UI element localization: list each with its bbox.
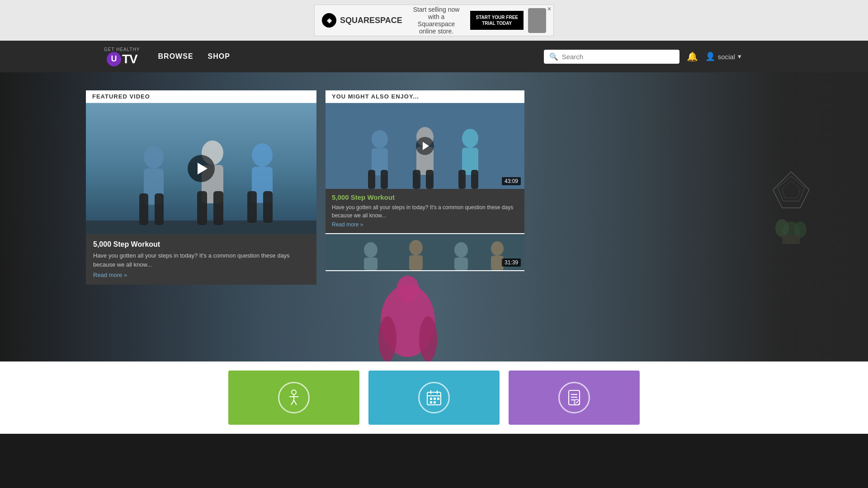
enjoy-thumbnail-1[interactable]: 43:09 [326, 103, 524, 189]
featured-play-button[interactable] [188, 155, 215, 182]
featured-video-info: 5,000 Step Workout Have you gotten all y… [86, 234, 316, 285]
enjoy-duration-1: 43:09 [502, 177, 521, 185]
enjoy-duration-2: 31:39 [502, 258, 521, 267]
svg-rect-59 [434, 401, 436, 404]
svg-rect-11 [213, 191, 223, 225]
svg-marker-40 [782, 181, 800, 198]
categories-section [0, 361, 868, 434]
ad-close-button[interactable]: ✕ [547, 6, 552, 12]
nav-links: BROWSE SHOP [158, 52, 230, 61]
navbar: GET HEALTHY U TV BROWSE SHOP 🔍 🔔 👤 socia… [0, 41, 868, 72]
category-card-plan[interactable] [509, 371, 640, 425]
enjoy-item-1: 43:09 5,000 Step Workout Have you gotten… [326, 103, 524, 233]
svg-point-32 [409, 240, 423, 255]
enjoy-video-title-1: 5,000 Step Workout [332, 193, 518, 201]
svg-marker-39 [778, 176, 805, 201]
enjoy-people-2 [326, 234, 524, 270]
nav-left: GET HEALTHY U TV BROWSE SHOP [104, 47, 230, 66]
ad-cta-button[interactable]: START YOUR FREE TRIAL TODAY [470, 11, 524, 30]
logo-main: U TV [107, 52, 137, 66]
svg-point-12 [252, 143, 273, 167]
svg-point-46 [292, 390, 296, 394]
ad-brand: ◈ SQUARESPACE [322, 13, 402, 28]
hero-person-silhouette [351, 262, 464, 361]
svg-point-30 [364, 242, 377, 258]
user-icon: 👤 [705, 52, 715, 61]
svg-rect-56 [434, 398, 436, 400]
enjoy-read-more-1[interactable]: Read more » [332, 221, 518, 228]
svg-rect-23 [413, 170, 420, 189]
svg-rect-19 [368, 170, 375, 189]
nav-right: 🔍 🔔 👤 social ▾ [544, 50, 741, 64]
ad-phone-image [528, 8, 546, 33]
svg-point-36 [491, 241, 504, 256]
user-menu[interactable]: 👤 social ▾ [705, 52, 741, 61]
category-card-workouts[interactable] [228, 371, 359, 425]
enjoy-thumbnail-2[interactable]: 31:39 [326, 234, 524, 270]
svg-rect-35 [454, 258, 468, 270]
enjoy-play-button-1[interactable] [416, 137, 434, 155]
svg-rect-27 [458, 170, 466, 189]
logo-u: U [107, 52, 121, 66]
geometric-decoration [755, 163, 827, 246]
enjoy-video-info-1: 5,000 Step Workout Have you gotten all y… [326, 189, 524, 233]
featured-video-panel: FEATURED VIDEO [86, 90, 316, 285]
hero-section: FEATURED VIDEO [0, 72, 868, 361]
svg-rect-7 [155, 193, 164, 225]
svg-rect-20 [381, 170, 388, 189]
svg-point-17 [372, 130, 388, 148]
svg-rect-28 [471, 170, 478, 189]
category-card-schedule[interactable] [368, 371, 500, 425]
svg-point-2 [378, 316, 396, 361]
chevron-down-icon: ▾ [738, 52, 741, 61]
workouts-icon [278, 382, 310, 413]
search-icon: 🔍 [549, 52, 558, 61]
featured-label: FEATURED VIDEO [86, 90, 316, 103]
svg-point-42 [775, 219, 789, 237]
featured-video-description: Have you gotten all your steps in today?… [93, 251, 309, 269]
svg-rect-6 [139, 193, 148, 225]
ad-content: ◈ SQUARESPACE Start selling now with a S… [314, 5, 554, 36]
svg-rect-24 [426, 170, 434, 189]
logo[interactable]: GET HEALTHY U TV [104, 47, 140, 66]
browse-link[interactable]: BROWSE [158, 52, 193, 61]
svg-rect-57 [437, 398, 439, 400]
search-input[interactable] [562, 53, 674, 61]
svg-line-49 [291, 400, 294, 405]
svg-rect-55 [430, 398, 432, 400]
svg-line-50 [294, 400, 297, 405]
enjoy-label: YOU MIGHT ALSO ENJOY... [326, 90, 524, 103]
ad-brand-name: SQUARESPACE [340, 16, 402, 25]
featured-video-thumbnail[interactable] [86, 103, 316, 234]
featured-read-more[interactable]: Read more » [93, 272, 309, 278]
bell-icon[interactable]: 🔔 [687, 51, 698, 62]
logo-top-text: GET HEALTHY [104, 47, 140, 52]
svg-point-25 [462, 129, 478, 148]
logo-tv: TV [122, 52, 137, 66]
svg-point-1 [396, 276, 419, 303]
featured-video-title: 5,000 Step Workout [93, 240, 309, 249]
search-bar[interactable]: 🔍 [544, 50, 679, 64]
plan-icon [558, 382, 590, 413]
svg-rect-31 [364, 258, 377, 270]
svg-rect-10 [197, 191, 207, 225]
shop-link[interactable]: SHOP [208, 52, 230, 61]
enjoy-panel: YOU MIGHT ALSO ENJOY... [326, 90, 524, 271]
svg-rect-58 [430, 401, 432, 404]
svg-rect-15 [263, 191, 273, 223]
svg-point-34 [454, 242, 468, 258]
ad-tagline: Start selling now with a Squarespace onl… [402, 6, 471, 35]
user-label: social [718, 53, 735, 61]
ad-banner: ◈ SQUARESPACE Start selling now with a S… [0, 0, 868, 41]
squarespace-logo-icon: ◈ [322, 13, 336, 28]
enjoy-item-2: 31:39 [326, 234, 524, 270]
schedule-icon [418, 382, 450, 413]
svg-point-3 [419, 316, 437, 361]
svg-point-4 [144, 146, 164, 169]
svg-rect-33 [409, 255, 423, 270]
enjoy-video-desc-1: Have you gotten all your steps in today?… [332, 203, 518, 220]
svg-rect-45 [782, 235, 800, 244]
svg-rect-14 [247, 191, 257, 223]
